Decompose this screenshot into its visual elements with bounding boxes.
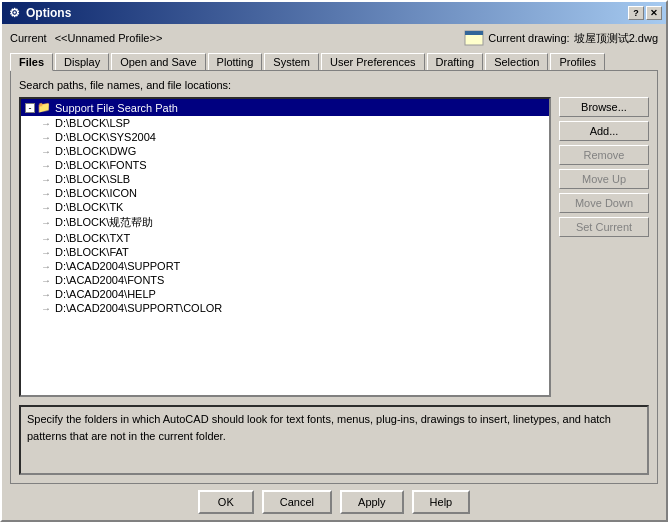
tree-root-item[interactable]: - 📁 Support File Search Path <box>21 99 549 116</box>
path-value: D:\ACAD2004\SUPPORT <box>55 260 180 272</box>
drawing-label: Current drawing: <box>488 32 569 44</box>
browse-button[interactable]: Browse... <box>559 97 649 117</box>
tab-system[interactable]: System <box>264 53 319 71</box>
add-button[interactable]: Add... <box>559 121 649 141</box>
ok-button[interactable]: OK <box>198 490 254 514</box>
list-item[interactable]: → D:\BLOCK\LSP <box>21 116 549 130</box>
arrow-icon: → <box>41 233 51 244</box>
options-window: ⚙ Options ? ✕ Current <<Unnamed Profile>… <box>0 0 668 522</box>
arrow-icon: → <box>41 146 51 157</box>
list-item[interactable]: → D:\BLOCK\规范帮助 <box>21 214 549 231</box>
list-item[interactable]: → D:\ACAD2004\SUPPORT <box>21 259 549 273</box>
content-area: - 📁 Support File Search Path → D:\BLOCK\… <box>19 97 649 397</box>
path-value: D:\BLOCK\TK <box>55 201 123 213</box>
bottom-bar: OK Cancel Apply Help <box>10 484 658 518</box>
path-value: D:\BLOCK\ICON <box>55 187 137 199</box>
title-bar: ⚙ Options ? ✕ <box>2 2 666 24</box>
set-current-button[interactable]: Set Current <box>559 217 649 237</box>
path-value: D:\BLOCK\DWG <box>55 145 136 157</box>
description-text: Specify the folders in which AutoCAD sho… <box>27 413 611 442</box>
list-item[interactable]: → D:\BLOCK\SYS2004 <box>21 130 549 144</box>
section-label: Search paths, file names, and file locat… <box>19 79 649 91</box>
path-value: D:\BLOCK\TXT <box>55 232 130 244</box>
help-button[interactable]: Help <box>412 490 471 514</box>
help-button[interactable]: ? <box>628 6 644 20</box>
path-value: D:\ACAD2004\SUPPORT\COLOR <box>55 302 222 314</box>
move-down-button[interactable]: Move Down <box>559 193 649 213</box>
current-label: Current <box>10 32 47 44</box>
tab-display[interactable]: Display <box>55 53 109 71</box>
list-item[interactable]: → D:\ACAD2004\HELP <box>21 287 549 301</box>
svg-rect-1 <box>465 31 483 35</box>
arrow-icon: → <box>41 261 51 272</box>
arrow-icon: → <box>41 160 51 171</box>
tree-expand-icon[interactable]: - <box>25 103 35 113</box>
path-value: D:\BLOCK\SYS2004 <box>55 131 156 143</box>
cancel-button[interactable]: Cancel <box>262 490 332 514</box>
path-value: D:\BLOCK\LSP <box>55 117 130 129</box>
folder-icon: 📁 <box>37 101 51 114</box>
remove-button[interactable]: Remove <box>559 145 649 165</box>
tabs-row: Files Display Open and Save Plotting Sys… <box>10 52 658 70</box>
list-item[interactable]: → D:\BLOCK\TK <box>21 200 549 214</box>
drawing-name: 坡屋顶测试2.dwg <box>574 31 658 46</box>
arrow-icon: → <box>41 303 51 314</box>
arrow-icon: → <box>41 188 51 199</box>
tree-container[interactable]: - 📁 Support File Search Path → D:\BLOCK\… <box>19 97 551 397</box>
arrow-icon: → <box>41 202 51 213</box>
arrow-icon: → <box>41 132 51 143</box>
profile-bar: Current <<Unnamed Profile>> Current draw… <box>10 30 658 46</box>
title-bar-buttons: ? ✕ <box>628 6 662 20</box>
list-item[interactable]: → D:\BLOCK\FONTS <box>21 158 549 172</box>
arrow-icon: → <box>41 217 51 228</box>
tree-root-label: Support File Search Path <box>55 102 178 114</box>
list-item[interactable]: → D:\BLOCK\SLB <box>21 172 549 186</box>
list-item[interactable]: → D:\BLOCK\DWG <box>21 144 549 158</box>
list-item[interactable]: → D:\ACAD2004\FONTS <box>21 273 549 287</box>
tab-files[interactable]: Files <box>10 53 53 71</box>
arrow-icon: → <box>41 275 51 286</box>
arrow-icon: → <box>41 289 51 300</box>
path-value: D:\ACAD2004\FONTS <box>55 274 164 286</box>
list-item[interactable]: → D:\BLOCK\ICON <box>21 186 549 200</box>
tab-open-save[interactable]: Open and Save <box>111 53 205 71</box>
description-box: Specify the folders in which AutoCAD sho… <box>19 405 649 475</box>
tab-drafting[interactable]: Drafting <box>427 53 484 71</box>
path-value: D:\BLOCK\规范帮助 <box>55 215 153 230</box>
path-value: D:\BLOCK\SLB <box>55 173 130 185</box>
window-title: Options <box>26 6 71 20</box>
window-icon: ⚙ <box>6 5 22 21</box>
arrow-icon: → <box>41 174 51 185</box>
action-buttons: Browse... Add... Remove Move Up Move Dow… <box>559 97 649 397</box>
path-value: D:\BLOCK\FONTS <box>55 159 147 171</box>
list-item[interactable]: → D:\BLOCK\FAT <box>21 245 549 259</box>
arrow-icon: → <box>41 247 51 258</box>
tab-profiles[interactable]: Profiles <box>550 53 605 71</box>
list-item[interactable]: → D:\ACAD2004\SUPPORT\COLOR <box>21 301 549 315</box>
tab-user-prefs[interactable]: User Preferences <box>321 53 425 71</box>
list-item[interactable]: → D:\BLOCK\TXT <box>21 231 549 245</box>
path-value: D:\BLOCK\FAT <box>55 246 129 258</box>
drawing-info: Current drawing: 坡屋顶测试2.dwg <box>464 30 658 46</box>
tab-content: Search paths, file names, and file locat… <box>10 70 658 484</box>
profile-name: <<Unnamed Profile>> <box>55 32 163 44</box>
apply-button[interactable]: Apply <box>340 490 404 514</box>
tab-selection[interactable]: Selection <box>485 53 548 71</box>
window-body: Current <<Unnamed Profile>> Current draw… <box>2 24 666 522</box>
arrow-icon: → <box>41 118 51 129</box>
tab-plotting[interactable]: Plotting <box>208 53 263 71</box>
path-value: D:\ACAD2004\HELP <box>55 288 156 300</box>
close-button[interactable]: ✕ <box>646 6 662 20</box>
move-up-button[interactable]: Move Up <box>559 169 649 189</box>
drawing-icon <box>464 30 484 46</box>
